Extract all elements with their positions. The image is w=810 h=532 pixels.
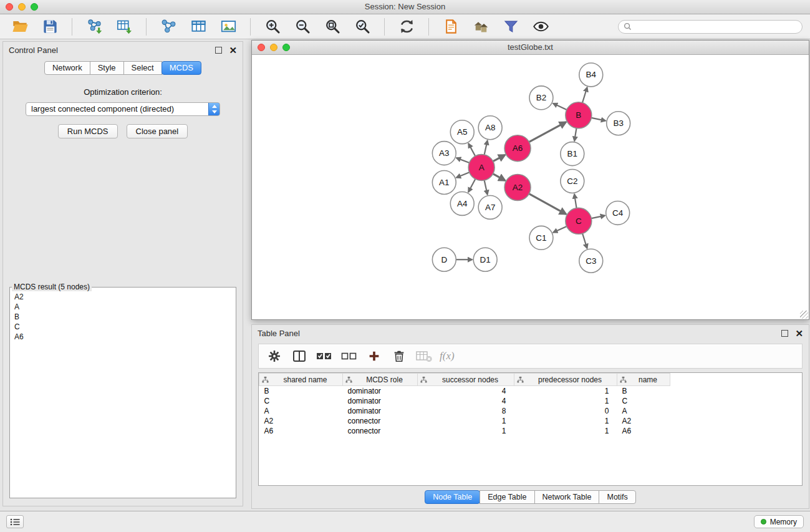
table-cell[interactable]: dominator: [343, 396, 418, 406]
table-cell[interactable]: 1: [514, 386, 617, 397]
node-A[interactable]: A: [468, 155, 494, 181]
column-header-MCDS-role[interactable]: MCDS role: [343, 374, 418, 386]
import-table-button[interactable]: [112, 16, 137, 37]
node-A2[interactable]: A2: [504, 175, 531, 201]
zoom-in-button[interactable]: [260, 16, 285, 37]
edge-B-B3[interactable]: [591, 118, 605, 121]
table-cell[interactable]: B: [259, 386, 343, 397]
zoom-window-button[interactable]: [31, 3, 38, 11]
table-tab-node-table[interactable]: Node Table: [425, 490, 480, 504]
table-cell[interactable]: 0: [514, 406, 617, 416]
table-cell[interactable]: A6: [617, 426, 670, 436]
open-session-button[interactable]: [7, 16, 32, 37]
node-A6[interactable]: A6: [504, 135, 531, 162]
float-panel-icon[interactable]: [215, 47, 222, 54]
node-C2[interactable]: C2: [561, 170, 584, 193]
table-cell[interactable]: A: [617, 406, 670, 416]
table-cell[interactable]: dominator: [343, 406, 418, 416]
mcds-result-item[interactable]: C: [11, 322, 234, 332]
table-cell[interactable]: connector: [343, 416, 418, 426]
table-cell[interactable]: connector: [343, 426, 418, 436]
node-B2[interactable]: B2: [529, 86, 553, 110]
close-panel-icon[interactable]: ✕: [229, 46, 237, 55]
column-settings-button[interactable]: [265, 347, 284, 365]
table-cell[interactable]: C: [259, 396, 343, 406]
column-header-successor-nodes[interactable]: successor nodes: [418, 374, 514, 386]
tab-select[interactable]: Select: [123, 61, 162, 75]
table-cell[interactable]: 1: [418, 426, 514, 436]
close-table-panel-icon[interactable]: ✕: [795, 329, 803, 338]
mcds-result-item[interactable]: A: [11, 302, 234, 312]
apply-layout-button[interactable]: [394, 16, 419, 37]
filter-button[interactable]: [498, 16, 523, 37]
node-C4[interactable]: C4: [606, 201, 630, 225]
minimize-window-button[interactable]: [18, 3, 26, 11]
minimize-network-button[interactable]: [270, 44, 277, 51]
show-graphics-button[interactable]: [528, 16, 553, 37]
node-B4[interactable]: B4: [579, 63, 603, 87]
column-header-shared-name[interactable]: shared name: [259, 374, 343, 386]
task-history-button[interactable]: [6, 515, 24, 528]
table-tab-motifs[interactable]: Motifs: [599, 490, 635, 504]
edge-A-A3[interactable]: [456, 158, 470, 163]
mcds-result-item[interactable]: A2: [11, 292, 234, 302]
tab-mcds[interactable]: MCDS: [162, 61, 201, 75]
table-cell[interactable]: A6: [259, 426, 343, 436]
zoom-selected-button[interactable]: [350, 16, 375, 37]
birds-eye-view-button[interactable]: [468, 16, 493, 37]
node-D[interactable]: D: [432, 248, 456, 271]
criterion-dropdown[interactable]: largest connected component (directed): [26, 102, 220, 116]
edge-A-A6[interactable]: [493, 155, 505, 161]
edge-B-B4[interactable]: [582, 87, 587, 103]
edge-C-C1[interactable]: [553, 226, 567, 233]
table-cell[interactable]: A: [259, 406, 343, 416]
network-canvas[interactable]: AA1A2A3A4A5A6A7A8BB1B2B3B4CC1C2C3C4DD1: [252, 55, 809, 319]
node-B3[interactable]: B3: [607, 112, 630, 135]
edge-A-A4[interactable]: [468, 179, 475, 192]
new-table-button[interactable]: [186, 16, 211, 37]
node-A7[interactable]: A7: [478, 195, 502, 219]
column-header-predecessor-nodes[interactable]: predecessor nodes: [514, 374, 617, 386]
table-cell[interactable]: 4: [418, 396, 514, 406]
table-cell[interactable]: B: [617, 386, 670, 397]
table-tab-network-table[interactable]: Network Table: [534, 490, 600, 504]
show-columns-button[interactable]: [290, 347, 309, 365]
function-builder-button[interactable]: f(x): [440, 347, 455, 365]
table-tab-edge-table[interactable]: Edge Table: [480, 490, 534, 504]
float-table-panel-icon[interactable]: [781, 330, 788, 337]
column-header-name[interactable]: name: [617, 374, 670, 386]
table-cell[interactable]: 4: [418, 386, 514, 397]
edge-C-C4[interactable]: [591, 216, 605, 219]
mcds-result-item[interactable]: B: [11, 312, 234, 322]
edge-A-A7[interactable]: [485, 180, 488, 195]
edge-A-A5[interactable]: [468, 143, 475, 156]
table-cell[interactable]: 8: [418, 406, 514, 416]
zoom-network-button[interactable]: [282, 44, 290, 51]
close-network-button[interactable]: [258, 44, 265, 51]
node-A4[interactable]: A4: [450, 191, 474, 215]
zoom-fit-button[interactable]: [320, 16, 345, 37]
table-cell[interactable]: 1: [514, 426, 617, 436]
node-C3[interactable]: C3: [579, 249, 603, 273]
delete-table-button[interactable]: [415, 347, 433, 365]
edge-A-A2[interactable]: [493, 174, 505, 181]
delete-column-button[interactable]: [390, 347, 408, 365]
import-network-button[interactable]: [82, 16, 107, 37]
close-panel-button[interactable]: Close panel: [127, 124, 188, 138]
node-C[interactable]: C: [566, 208, 592, 234]
tab-network[interactable]: Network: [44, 61, 90, 75]
node-A8[interactable]: A8: [478, 116, 502, 140]
edge-A-A8[interactable]: [485, 140, 488, 155]
run-mcds-button[interactable]: Run MCDS: [58, 124, 118, 138]
network-window-titlebar[interactable]: testGlobe.txt: [252, 41, 809, 55]
export-image-button[interactable]: [216, 16, 241, 37]
table-row[interactable]: Bdominator41B: [259, 386, 670, 397]
edge-A-A1[interactable]: [456, 172, 470, 177]
edge-C-C2[interactable]: [574, 194, 577, 208]
edge-B-B1[interactable]: [574, 128, 576, 140]
memory-button[interactable]: Memory: [754, 515, 804, 528]
table-row[interactable]: A6connector11A6: [259, 426, 670, 436]
close-window-button[interactable]: [6, 3, 13, 11]
zoom-out-button[interactable]: [290, 16, 315, 37]
table-row[interactable]: Cdominator41C: [259, 396, 670, 406]
